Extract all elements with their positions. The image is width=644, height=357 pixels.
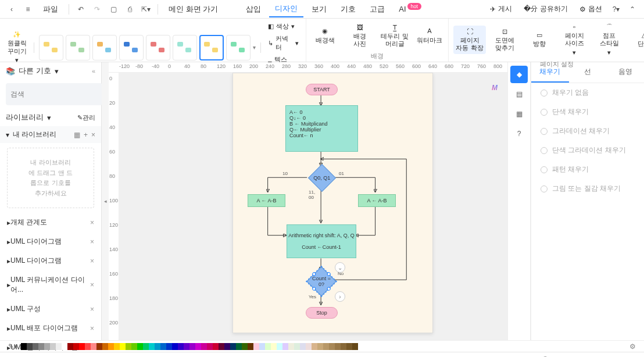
theme-6[interactable] — [173, 35, 197, 60]
color-swatch[interactable] — [253, 343, 259, 350]
publish-button[interactable]: ✈ 게시 — [485, 2, 517, 16]
layers-tool-icon[interactable]: ▦ — [510, 105, 528, 123]
page-size-button[interactable]: ▫페이지 사이즈▾ — [558, 21, 591, 59]
connector-dropdown[interactable]: ↳ 커넥터▾ — [266, 33, 301, 53]
lib-item[interactable]: ▸ UML 배포 다이어그램× — [0, 319, 101, 338]
color-swatch[interactable] — [271, 343, 277, 350]
color-swatch[interactable] — [230, 343, 236, 350]
watermark-button[interactable]: A워터마크 — [413, 25, 446, 46]
color-swatch[interactable] — [172, 343, 178, 350]
fill-tool-icon[interactable]: ◆ — [510, 66, 528, 83]
color-swatch[interactable] — [160, 343, 166, 350]
close-icon[interactable]: × — [90, 281, 94, 289]
redo-button[interactable]: ↷ — [90, 2, 104, 16]
flow-init-node[interactable]: A← 0 Q↓← 0 B ← Muitplicand Q← Multiplier… — [285, 105, 358, 152]
flow-left-op[interactable]: A ← A-B — [248, 194, 285, 207]
hamburger-icon[interactable]: ≡ — [21, 2, 35, 16]
color-swatch[interactable] — [62, 343, 67, 350]
collapse-ribbon-button[interactable]: ⌃ — [625, 2, 639, 16]
color-swatch[interactable] — [67, 343, 73, 350]
jump-style-button[interactable]: ⌒점프 스타일▾ — [593, 21, 625, 59]
menu-ai[interactable]: AIhot — [393, 2, 427, 16]
other-symbols-dropdown[interactable]: 📚 다른 기호 ▾ « — [0, 62, 101, 80]
help-button[interactable]: ?▾ — [609, 2, 623, 16]
color-swatch[interactable] — [108, 343, 114, 350]
flow-right-op[interactable]: A ← A-B — [358, 194, 396, 207]
color-swatch[interactable] — [201, 343, 207, 350]
close-icon[interactable]: × — [90, 219, 94, 227]
page-surface[interactable]: START A← 0 Q↓← 0 B ← Muitplicand Q← Mult… — [232, 73, 433, 333]
save-button[interactable]: ▢ — [106, 2, 120, 16]
close-icon[interactable]: × — [90, 238, 94, 246]
color-swatch[interactable] — [335, 343, 341, 350]
color-swatch[interactable] — [242, 343, 248, 350]
lib-item[interactable]: ▸ UML 다이어그램× — [0, 232, 101, 251]
collapse-left-panel[interactable]: ◂ — [102, 62, 109, 340]
menu-design[interactable]: 디자인 — [269, 1, 303, 17]
theme-3[interactable] — [92, 35, 117, 60]
add-page-button[interactable]: + — [73, 355, 78, 358]
theme-expand[interactable]: ▾ — [253, 44, 256, 51]
color-swatch[interactable] — [96, 343, 102, 350]
color-swatch[interactable] — [143, 343, 149, 350]
menu-symbol[interactable]: 기호 — [335, 2, 362, 17]
color-swatch[interactable] — [195, 343, 201, 350]
close-icon[interactable]: × — [90, 305, 94, 313]
color-swatch[interactable] — [189, 343, 195, 350]
color-swatch[interactable] — [294, 343, 300, 350]
color-swatch[interactable] — [27, 343, 33, 350]
color-swatch[interactable] — [79, 343, 85, 350]
color-swatch[interactable] — [224, 343, 230, 350]
float-action-down[interactable]: › — [335, 291, 345, 302]
menu-view[interactable]: 보기 — [306, 2, 332, 17]
color-swatch[interactable] — [213, 343, 219, 350]
bg-color-button[interactable]: ◉배경색 — [309, 25, 341, 46]
unit-button[interactable]: △단위 — [628, 29, 644, 50]
oneclick-decorate-button[interactable]: ✨원클릭 꾸미기▾ — [5, 28, 29, 66]
color-swatch[interactable] — [56, 343, 62, 350]
fill-option-gradient[interactable]: 그라데이션 채우기 — [531, 122, 644, 141]
main-screen-button[interactable]: 메인 화면 가기 — [163, 2, 224, 17]
theme-4[interactable] — [119, 35, 144, 60]
color-swatch[interactable] — [178, 343, 184, 350]
color-swatch[interactable] — [91, 343, 96, 350]
share-button[interactable]: �分 공유하기 — [519, 2, 573, 16]
color-swatch[interactable] — [166, 343, 172, 350]
auto-expand-button[interactable]: ⛶페이지 자동 확장 — [453, 26, 486, 55]
color-swatch[interactable] — [85, 343, 91, 350]
fit-drawing-button[interactable]: ⊡도면에 맞추기 — [488, 26, 521, 55]
options-button[interactable]: ⚙ 옵션 — [575, 2, 607, 16]
flow-decision-q0q1[interactable]: Q0, Q1 — [308, 164, 336, 192]
color-swatch[interactable] — [50, 343, 56, 350]
color-swatch[interactable] — [282, 343, 288, 350]
float-action-up[interactable]: ⌄ — [335, 262, 345, 273]
color-swatch[interactable] — [126, 343, 131, 350]
color-swatch[interactable] — [346, 343, 352, 350]
fill-option-none[interactable]: 채우기 없음 — [531, 83, 644, 102]
color-swatch[interactable] — [236, 343, 242, 350]
border-header-button[interactable]: T̲테두리 및 머리글 — [378, 22, 411, 51]
color-swatch[interactable] — [312, 343, 317, 350]
color-swatch[interactable] — [352, 343, 358, 350]
canvas[interactable]: START A← 0 Q↓← 0 B ← Muitplicand Q← Mult… — [119, 73, 514, 340]
help-tool-icon[interactable]: ? — [510, 125, 528, 142]
library-add-icon[interactable]: + — [84, 131, 88, 139]
color-swatch[interactable] — [248, 343, 253, 350]
theme-7-selected[interactable] — [199, 35, 224, 60]
undo-button[interactable]: ↶ — [74, 2, 88, 16]
fill-option-picture[interactable]: 그림 또는 질감 채우기 — [531, 179, 644, 198]
color-swatch[interactable] — [306, 343, 312, 350]
theme-1[interactable] — [39, 35, 63, 60]
back-button[interactable]: ‹ — [5, 2, 19, 16]
color-swatch[interactable] — [317, 343, 323, 350]
color-swatch[interactable] — [300, 343, 306, 350]
color-swatch[interactable] — [259, 343, 265, 350]
color-swatch[interactable] — [120, 343, 126, 350]
search-input[interactable] — [6, 83, 102, 105]
theme-5[interactable] — [146, 35, 170, 60]
lib-item[interactable]: ▸ 개체 관계도× — [0, 213, 101, 232]
color-swatch[interactable] — [329, 343, 335, 350]
color-swatch[interactable] — [38, 343, 44, 350]
color-swatch[interactable] — [73, 343, 79, 350]
export-button[interactable]: ⇱▾ — [139, 2, 153, 16]
